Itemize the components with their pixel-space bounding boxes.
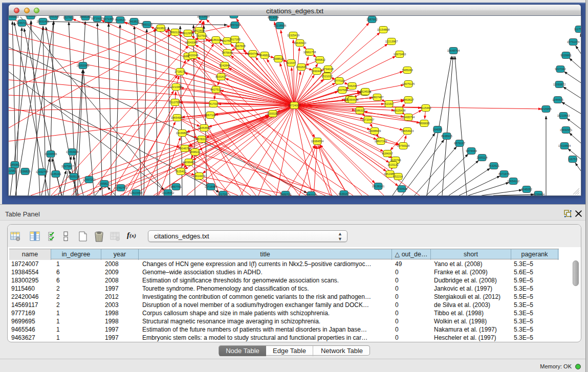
svg-text:8186328: 8186328 [210, 38, 221, 41]
svg-text:8031417: 8031417 [215, 75, 226, 78]
svg-text:20053346: 20053346 [77, 64, 89, 67]
svg-text:21364436: 21364436 [346, 98, 358, 101]
svg-text:116753: 116753 [568, 158, 577, 161]
svg-text:7463822: 7463822 [128, 20, 139, 23]
svg-text:10807487: 10807487 [371, 96, 383, 99]
svg-text:3498222: 3498222 [189, 150, 200, 154]
svg-text:3215955: 3215955 [540, 107, 551, 111]
svg-text:1615132: 1615132 [387, 163, 398, 166]
svg-text:5822605: 5822605 [193, 29, 204, 32]
svg-text:12505135: 12505135 [68, 175, 80, 178]
svg-text:2420046: 2420046 [187, 54, 198, 57]
svg-text:19218906: 19218906 [274, 24, 286, 27]
svg-text:22455603: 22455603 [9, 16, 18, 18]
svg-text:20691406: 20691406 [37, 20, 49, 23]
svg-text:164095: 164095 [433, 128, 442, 131]
svg-text:1145191: 1145191 [50, 172, 61, 176]
svg-text:7625402: 7625402 [175, 170, 186, 173]
svg-text:16782759: 16782759 [115, 186, 127, 189]
svg-text:7515520: 7515520 [115, 18, 125, 21]
svg-text:1065328: 1065328 [48, 16, 59, 18]
svg-text:1562635: 1562635 [296, 65, 307, 69]
svg-text:9474444: 9474444 [466, 149, 476, 152]
svg-text:19914479: 19914479 [193, 174, 205, 178]
svg-text:32975867: 32975867 [61, 165, 74, 168]
svg-text:11325419: 11325419 [287, 34, 299, 37]
svg-text:18724007: 18724007 [288, 104, 300, 107]
svg-text:10961758: 10961758 [303, 51, 316, 54]
svg-text:2718176: 2718176 [175, 70, 185, 73]
svg-text:12923468: 12923468 [130, 191, 142, 194]
svg-text:20206556: 20206556 [45, 152, 57, 156]
svg-text:9671355: 9671355 [103, 17, 114, 20]
svg-text:7386322: 7386322 [354, 109, 365, 112]
svg-text:15300287: 15300287 [267, 112, 279, 115]
svg-text:19654923: 19654923 [401, 129, 413, 133]
svg-text:7857224: 7857224 [229, 24, 240, 27]
svg-text:18807249: 18807249 [375, 140, 387, 143]
svg-text:8878312: 8878312 [196, 138, 207, 141]
svg-text:16033809: 16033809 [197, 16, 209, 18]
svg-text:17016504: 17016504 [558, 144, 571, 147]
svg-text:822037: 822037 [287, 61, 296, 64]
svg-text:19166825: 19166825 [176, 132, 188, 135]
svg-text:1990443: 1990443 [311, 70, 322, 73]
svg-text:7955812: 7955812 [314, 58, 325, 61]
svg-text:10025438: 10025438 [393, 109, 405, 112]
svg-text:1588520: 1588520 [273, 57, 284, 60]
svg-text:252214: 252214 [394, 175, 403, 178]
svg-text:62160: 62160 [385, 102, 393, 105]
svg-text:9857791: 9857791 [170, 185, 181, 188]
svg-text:8466160: 8466160 [80, 16, 91, 18]
svg-text:81700: 81700 [209, 102, 217, 105]
svg-text:17353934: 17353934 [66, 150, 78, 154]
svg-text:16543362: 16543362 [185, 41, 198, 44]
svg-text:1733426: 1733426 [396, 187, 407, 190]
svg-text:6497568: 6497568 [337, 89, 347, 92]
svg-text:9777103: 9777103 [334, 79, 344, 82]
svg-text:9242845: 9242845 [219, 64, 230, 67]
svg-text:6879197: 6879197 [454, 142, 465, 145]
svg-text:10046786: 10046786 [179, 147, 191, 150]
svg-text:2967608: 2967608 [234, 45, 245, 48]
svg-text:10228452: 10228452 [162, 191, 174, 194]
svg-text:1527602: 1527602 [63, 16, 74, 19]
svg-text:9184067: 9184067 [382, 152, 393, 155]
svg-text:15692971: 15692971 [560, 128, 572, 132]
svg-text:9115460: 9115460 [420, 106, 431, 110]
svg-text:391581: 391581 [9, 169, 16, 172]
svg-text:1839221: 1839221 [228, 16, 239, 16]
svg-text:1156829: 1156829 [19, 170, 30, 173]
svg-text:5682115: 5682115 [306, 193, 316, 195]
svg-text:14136141: 14136141 [372, 185, 384, 188]
svg-text:8938915: 8938915 [441, 135, 452, 138]
svg-text:8489709: 8489709 [280, 193, 291, 195]
svg-text:15720407: 15720407 [362, 118, 374, 121]
svg-text:12213967: 12213967 [385, 40, 398, 43]
svg-text:14353594: 14353594 [198, 126, 210, 129]
svg-text:8860123: 8860123 [141, 23, 152, 26]
svg-text:9794028: 9794028 [322, 68, 333, 71]
svg-text:9646821: 9646821 [259, 54, 270, 57]
svg-text:2087662: 2087662 [366, 18, 377, 21]
svg-text:10719155: 10719155 [91, 17, 103, 20]
svg-text:3875645: 3875645 [222, 51, 232, 54]
svg-text:10958117: 10958117 [98, 182, 111, 185]
svg-text:7463822: 7463822 [155, 27, 166, 30]
svg-text:19756928: 19756928 [397, 144, 409, 147]
svg-text:1521022: 1521022 [321, 75, 332, 78]
svg-text:746206: 746206 [347, 84, 357, 87]
svg-text:8813054: 8813054 [268, 16, 278, 19]
svg-text:19384554: 19384554 [311, 140, 323, 143]
svg-text:12942757: 12942757 [36, 170, 48, 173]
svg-text:3917183: 3917183 [229, 38, 240, 41]
svg-text:9327503: 9327503 [196, 34, 207, 37]
svg-text:10107554: 10107554 [169, 101, 181, 104]
svg-text:2055721: 2055721 [16, 21, 27, 25]
svg-text:16210643: 16210643 [557, 114, 570, 117]
svg-text:9217207: 9217207 [217, 193, 228, 195]
svg-text:9245052: 9245052 [521, 188, 532, 191]
svg-text:1117532: 1117532 [574, 28, 581, 31]
svg-text:1624534: 1624534 [360, 90, 371, 93]
svg-text:13975125: 13975125 [402, 82, 415, 85]
